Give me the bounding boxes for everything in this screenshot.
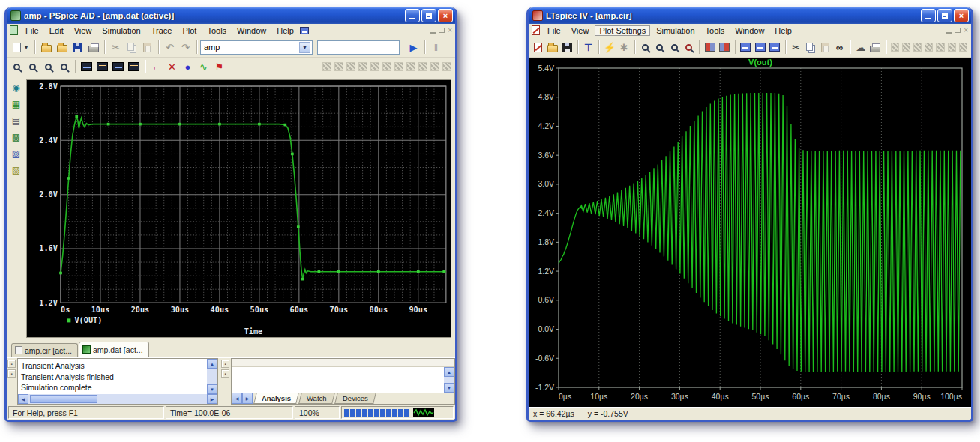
voltage-marker-button[interactable]: ∿: [196, 59, 211, 75]
new-schematic-button[interactable]: [531, 40, 545, 55]
cut-button[interactable]: ✂: [789, 40, 803, 55]
menu-view[interactable]: View: [70, 25, 97, 36]
lib-icon[interactable]: ▧: [10, 165, 22, 176]
run-button[interactable]: ⚡: [602, 40, 616, 55]
open-button[interactable]: [545, 40, 559, 55]
print-button[interactable]: [868, 40, 882, 55]
mdi-restore-icon[interactable]: [439, 28, 445, 33]
menu-window[interactable]: Window: [730, 25, 769, 36]
current-marker-button[interactable]: ⚑: [211, 59, 227, 75]
log-y-axis-button[interactable]: [94, 59, 110, 75]
grid-button[interactable]: [703, 40, 717, 55]
label-tool-icon[interactable]: [913, 43, 922, 52]
menu-tools[interactable]: Tools: [202, 25, 231, 36]
probe-tool-icon-11[interactable]: [442, 62, 451, 71]
zoom-in-button[interactable]: [638, 40, 652, 55]
zoom-area-button[interactable]: [40, 59, 56, 75]
tab-watch[interactable]: Watch: [298, 393, 334, 404]
profile-dropdown-icon[interactable]: ▼: [299, 42, 310, 53]
menu-plot[interactable]: Plot: [178, 25, 201, 36]
toggle-cursor-button[interactable]: ⌐: [148, 59, 164, 75]
redo-button[interactable]: ↷: [178, 40, 193, 55]
paste-button[interactable]: [817, 40, 832, 55]
watch-pin-button[interactable]: ▪: [221, 360, 229, 368]
performance-analysis-button[interactable]: [126, 59, 142, 75]
minimize-button[interactable]: [405, 9, 420, 22]
find-button[interactable]: ∞: [832, 40, 847, 55]
tab-analysis[interactable]: Analysis: [253, 393, 299, 404]
tile-vertical-button[interactable]: [753, 40, 767, 55]
mdi-restore-icon[interactable]: [955, 28, 961, 33]
watch-vertical-scrollbar[interactable]: ▲ ▼: [444, 367, 454, 393]
tab-amp-cir[interactable]: amp.cir [act...: [11, 343, 78, 357]
probe-tool-icon-8[interactable]: [406, 62, 415, 71]
mark-label-button[interactable]: ●: [180, 59, 196, 75]
wire-tool-icon[interactable]: [891, 43, 899, 52]
scroll-down-icon[interactable]: ▼: [207, 384, 217, 394]
scroll-left-icon[interactable]: ◀: [18, 394, 28, 404]
open-button[interactable]: [38, 40, 54, 55]
close-button[interactable]: ×: [438, 9, 453, 22]
control-panel-button[interactable]: ⊤: [581, 40, 595, 55]
inductor-tool-icon[interactable]: [948, 43, 956, 52]
scroll-up-icon[interactable]: ▲: [444, 367, 454, 377]
mdi-close-icon[interactable]: ×: [448, 26, 452, 34]
zoom-out-button[interactable]: [682, 40, 696, 55]
menu-extra-icon[interactable]: [300, 27, 309, 34]
probe-tool-icon-6[interactable]: [382, 62, 391, 71]
save-button[interactable]: [70, 40, 85, 55]
new-file-dropdown-icon[interactable]: ▾: [25, 44, 31, 51]
save-button[interactable]: [560, 40, 574, 55]
maximize-button[interactable]: [421, 9, 436, 22]
minimize-button[interactable]: [921, 9, 936, 22]
probe-tool-icon-5[interactable]: [370, 62, 379, 71]
maximize-button[interactable]: [937, 9, 952, 22]
zoom-in-button[interactable]: [9, 59, 25, 75]
menu-file[interactable]: File: [543, 25, 565, 36]
probe-tool-icon-7[interactable]: [394, 62, 403, 71]
menu-trace[interactable]: Trace: [147, 25, 177, 36]
new-file-button[interactable]: [9, 40, 25, 55]
halt-button[interactable]: ✱: [617, 40, 631, 55]
scroll-right-icon[interactable]: ▶: [207, 394, 217, 404]
chip-icon[interactable]: ▩: [10, 132, 22, 143]
scroll-down-icon[interactable]: ▼: [444, 383, 454, 393]
menu-simulation[interactable]: Simulation: [97, 25, 145, 36]
board-icon[interactable]: ▦: [10, 99, 22, 110]
probe-tool-icon-1[interactable]: [322, 62, 331, 71]
scroll-up-icon[interactable]: ▲: [207, 359, 217, 369]
menu-window[interactable]: Window: [232, 25, 271, 36]
zoom-full-button[interactable]: [667, 40, 682, 55]
probe-tool-icon-2[interactable]: [334, 62, 343, 71]
capacitor-tool-icon[interactable]: [936, 43, 944, 52]
menu-edit[interactable]: Edit: [45, 25, 68, 36]
paste-button[interactable]: [139, 40, 155, 55]
undo-button[interactable]: ↶: [162, 40, 178, 55]
pause-button[interactable]: ‖: [428, 40, 444, 55]
menu-help[interactable]: Help: [272, 25, 298, 36]
probe-tool-icon-4[interactable]: [358, 62, 367, 71]
simulation-profile-combobox[interactable]: amp ▼: [200, 40, 313, 55]
watch-close-button[interactable]: ▪: [221, 369, 229, 378]
tab-amp-dat[interactable]: amp.dat [act...: [79, 342, 149, 357]
zoom-back-button[interactable]: [652, 40, 667, 55]
copy-button[interactable]: [803, 40, 817, 55]
fourier-button[interactable]: [110, 59, 126, 75]
menu-tools[interactable]: Tools: [701, 25, 730, 36]
pspice-titlebar[interactable]: amp - PSpice A/D - [amp.dat (active)] ×: [7, 7, 455, 24]
tab-devices[interactable]: Devices: [334, 393, 376, 404]
message-horizontal-scrollbar[interactable]: ◀ ▶: [18, 394, 217, 404]
output-pin-button[interactable]: ▪: [7, 360, 16, 368]
menu-simulation[interactable]: Simulation: [652, 25, 699, 36]
output-close-button[interactable]: ▪: [7, 369, 16, 378]
run-simulation-button[interactable]: ▶: [406, 40, 421, 55]
web-icon[interactable]: ◉: [10, 82, 22, 94]
copy-button[interactable]: [124, 40, 139, 55]
tile-horizontal-button[interactable]: [739, 40, 753, 55]
tabs-scroll-left-icon[interactable]: ◀: [232, 393, 242, 404]
cut-button[interactable]: ✂: [108, 40, 124, 55]
open-simulation-button[interactable]: [54, 40, 70, 55]
zoom-out-button[interactable]: [25, 59, 40, 75]
menu-file[interactable]: File: [21, 25, 43, 36]
menu-plot-settings[interactable]: Plot Settings: [595, 25, 650, 36]
